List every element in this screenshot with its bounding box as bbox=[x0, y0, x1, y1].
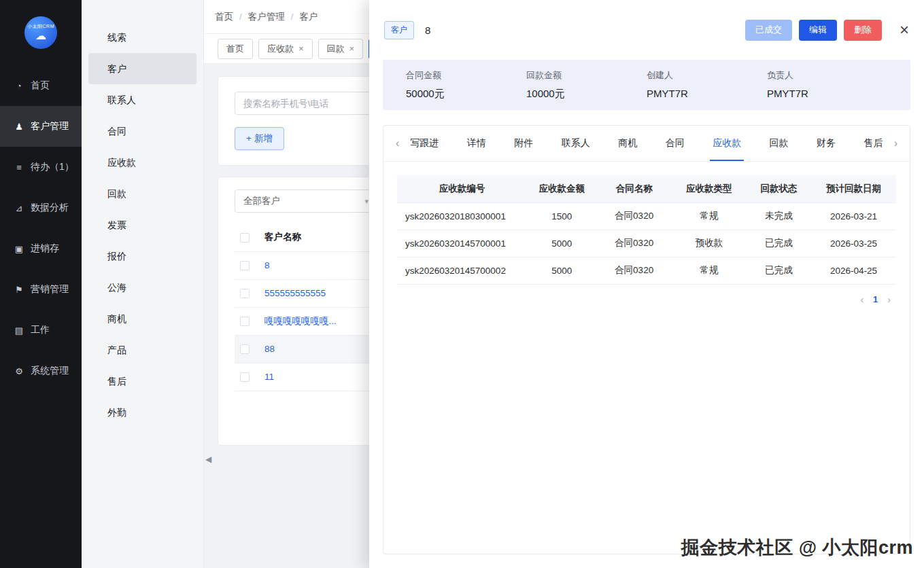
close-tab-icon[interactable]: × bbox=[298, 43, 304, 54]
workspace-tab-0[interactable]: 首页 bbox=[218, 39, 253, 59]
row-checkbox-cell bbox=[235, 307, 264, 335]
delete-button[interactable]: 删除 bbox=[844, 20, 882, 41]
submenu-item-6[interactable]: 发票 bbox=[88, 209, 196, 241]
deal-done-button[interactable]: 已成交 bbox=[745, 20, 792, 41]
app-logo: 小太阳CRM ☁ bbox=[0, 0, 82, 65]
receivable-cell: 合同0320 bbox=[597, 202, 672, 230]
submenu-item-9[interactable]: 商机 bbox=[88, 303, 196, 334]
receivable-column-4: 回款状态 bbox=[747, 175, 811, 202]
receivable-cell: 合同0320 bbox=[597, 257, 672, 284]
detail-tab-9[interactable]: 售后 bbox=[864, 126, 883, 161]
stat-value: PMYT7R bbox=[647, 88, 767, 99]
row-checkbox-cell bbox=[235, 279, 264, 307]
submenu-item-0[interactable]: 线索 bbox=[88, 22, 196, 53]
breadcrumb-item-2[interactable]: 客户 bbox=[300, 11, 318, 23]
sidebar-item-marketing[interactable]: ⚑营销管理 bbox=[0, 269, 82, 310]
close-tab-icon[interactable]: × bbox=[349, 43, 355, 54]
header-checkbox-cell bbox=[235, 224, 264, 251]
receivable-cell: ysk20260320145700001 bbox=[397, 230, 527, 257]
stat-3: 负责人PMYT7R bbox=[767, 69, 887, 101]
customer-name-link[interactable]: 嘎嘎嘎嘎嘎嘎嘎... bbox=[264, 316, 337, 326]
sidebar-item-inventory[interactable]: ▣进销存 bbox=[0, 228, 82, 269]
detail-tab-2[interactable]: 附件 bbox=[514, 126, 533, 161]
row-checkbox[interactable] bbox=[240, 317, 250, 326]
detail-tab-3[interactable]: 联系人 bbox=[562, 126, 590, 161]
receivable-cell: 已完成 bbox=[747, 257, 811, 284]
sidebar-item-users[interactable]: ♟客户管理 bbox=[0, 106, 82, 147]
tabs-scroll-right-icon[interactable]: › bbox=[891, 137, 900, 149]
sidebar-item-label: 工作 bbox=[31, 324, 50, 336]
submenu-item-11[interactable]: 售后 bbox=[88, 366, 196, 397]
receivable-row: ysk202603201803000011500合同0320常规未完成2026-… bbox=[397, 202, 896, 230]
detail-tab-4[interactable]: 商机 bbox=[618, 126, 637, 161]
receivable-cell: 未完成 bbox=[747, 202, 811, 230]
close-icon[interactable]: × bbox=[900, 22, 909, 38]
detail-tab-0[interactable]: 写跟进 bbox=[410, 126, 439, 161]
customer-detail-drawer: 客户 8 已成交 编辑 删除 × 合同金额50000元回款金额10000元创建人… bbox=[369, 0, 924, 568]
customer-name-link[interactable]: 8 bbox=[264, 260, 270, 270]
sidebar-item-work[interactable]: ▤工作 bbox=[0, 310, 82, 351]
secondary-sidebar: 线索客户联系人合同应收款回款发票报价公海商机产品售后外勤 bbox=[82, 0, 204, 568]
row-checkbox[interactable] bbox=[240, 372, 250, 382]
detail-tabs-inner: 写跟进详情附件联系人商机合同应收款回款财务售后 bbox=[402, 126, 891, 161]
select-value: 全部客户 bbox=[243, 195, 280, 207]
detail-card: ‹ 写跟进详情附件联系人商机合同应收款回款财务售后 › 应收款编号应收款金额合同… bbox=[383, 125, 910, 554]
submenu-item-2[interactable]: 联系人 bbox=[88, 84, 196, 116]
workspace-tab-label: 回款 bbox=[327, 43, 345, 55]
prev-page-icon[interactable]: ‹ bbox=[860, 294, 863, 305]
row-checkbox[interactable] bbox=[240, 344, 250, 354]
submenu-item-8[interactable]: 公海 bbox=[88, 272, 196, 303]
submenu-item-1[interactable]: 客户 bbox=[88, 53, 196, 84]
detail-tab-7[interactable]: 回款 bbox=[770, 126, 789, 161]
stat-2: 创建人PMYT7R bbox=[647, 69, 767, 101]
stat-label: 回款金额 bbox=[526, 69, 647, 82]
stat-0: 合同金额50000元 bbox=[406, 69, 526, 101]
breadcrumb-item-1[interactable]: 客户管理 bbox=[248, 11, 285, 23]
workspace-tab-label: 应收款 bbox=[267, 43, 294, 55]
detail-tab-5[interactable]: 合同 bbox=[666, 126, 685, 161]
sidebar-item-dashboard[interactable]: ◔首页 bbox=[0, 65, 82, 106]
stat-label: 负责人 bbox=[767, 69, 887, 82]
chart-icon: ⊿ bbox=[14, 203, 24, 213]
submenu-item-7[interactable]: 报价 bbox=[88, 241, 196, 272]
marketing-icon: ⚑ bbox=[14, 285, 24, 295]
stat-label: 创建人 bbox=[647, 69, 767, 82]
submenu-item-10[interactable]: 产品 bbox=[88, 334, 196, 366]
detail-tab-6[interactable]: 应收款 bbox=[713, 126, 741, 161]
detail-tab-1[interactable]: 详情 bbox=[467, 126, 486, 161]
edit-button[interactable]: 编辑 bbox=[799, 20, 837, 41]
sidebar-item-chart[interactable]: ⊿数据分析 bbox=[0, 188, 82, 228]
workspace-tab-1[interactable]: 应收款× bbox=[258, 39, 313, 59]
receivables-table: 应收款编号应收款金额合同名称应收款类型回款状态预计回款日期 ysk2026032… bbox=[397, 175, 896, 285]
receivable-row: ysk202603201457000025000合同0320常规已完成2026-… bbox=[397, 257, 896, 284]
next-page-icon[interactable]: › bbox=[887, 294, 891, 305]
tabs-scroll-left-icon[interactable]: ‹ bbox=[393, 137, 402, 149]
submenu-item-3[interactable]: 合同 bbox=[88, 116, 196, 147]
customer-name-link[interactable]: 88 bbox=[264, 344, 275, 354]
primary-nav: ◔首页♟客户管理≡待办（1）⊿数据分析▣进销存⚑营销管理▤工作⚙系统管理 bbox=[0, 65, 82, 391]
add-button[interactable]: + 新增 bbox=[235, 127, 284, 150]
row-checkbox[interactable] bbox=[240, 289, 250, 298]
page-number[interactable]: 1 bbox=[873, 294, 878, 304]
detail-tab-8[interactable]: 财务 bbox=[817, 126, 836, 161]
customer-filter-select[interactable]: 全部客户 ▾ bbox=[235, 190, 377, 213]
sidebar-item-todo[interactable]: ≡待办（1） bbox=[0, 147, 82, 188]
workspace-tab-2[interactable]: 回款× bbox=[318, 39, 364, 59]
drawer-header: 客户 8 已成交 编辑 删除 × bbox=[369, 0, 924, 60]
sidebar-item-settings[interactable]: ⚙系统管理 bbox=[0, 351, 82, 391]
receivable-cell: 预收款 bbox=[672, 230, 747, 257]
breadcrumb-item-0[interactable]: 首页 bbox=[215, 11, 233, 23]
collapse-panel-icon[interactable]: ◀ bbox=[205, 455, 211, 464]
summary-stats: 合同金额50000元回款金额10000元创建人PMYT7R负责人PMYT7R bbox=[383, 60, 910, 110]
select-all-checkbox[interactable] bbox=[240, 233, 250, 243]
todo-icon: ≡ bbox=[14, 162, 24, 173]
submenu-item-4[interactable]: 应收款 bbox=[88, 147, 196, 178]
customer-name-link[interactable]: 555555555555 bbox=[264, 288, 326, 298]
customer-name-link[interactable]: 11 bbox=[264, 372, 274, 382]
row-checkbox[interactable] bbox=[240, 261, 250, 270]
submenu-item-5[interactable]: 回款 bbox=[88, 178, 196, 209]
submenu-item-12[interactable]: 外勤 bbox=[88, 397, 196, 428]
detail-tabs: ‹ 写跟进详情附件联系人商机合同应收款回款财务售后 › bbox=[383, 126, 910, 162]
receivable-cell: 已完成 bbox=[747, 230, 811, 257]
sidebar-item-label: 首页 bbox=[31, 79, 50, 92]
